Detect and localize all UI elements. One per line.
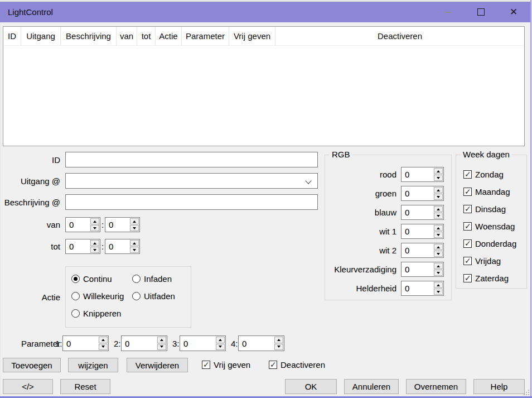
kleurverzadiging-up-button[interactable]: [434, 263, 443, 269]
checkbox-zaterdag[interactable]: Zaterdag: [463, 274, 509, 283]
id-input[interactable]: [65, 152, 318, 167]
parameter-2-spinner[interactable]: 0: [121, 335, 167, 351]
radio-willekeurig[interactable]: Willekeurig: [71, 291, 124, 301]
van-hours-down-button[interactable]: [90, 225, 99, 231]
wijzigen-button[interactable]: wijzigen: [68, 358, 118, 372]
checkbox-dinsdag[interactable]: Dinsdag: [463, 204, 506, 214]
uitgang-dropdown[interactable]: [65, 173, 318, 189]
verwijderen-button[interactable]: Verwijderen: [127, 358, 188, 372]
groen-up-button[interactable]: [434, 187, 443, 193]
column-header-uitgang[interactable]: Uitgang: [21, 27, 61, 45]
minimize-button[interactable]: [436, 2, 460, 22]
column-header-id[interactable]: ID: [3, 27, 21, 45]
tot-hours-down-button[interactable]: [90, 247, 99, 253]
titlebar[interactable]: LightControl ✕: [0, 2, 532, 22]
rood-down-button[interactable]: [434, 175, 443, 181]
tot-hours-up-button[interactable]: [90, 240, 99, 246]
parameter-3-spinner[interactable]: 0: [180, 335, 226, 351]
helderheid-spinner[interactable]: 0: [401, 281, 444, 296]
toevoegen-button[interactable]: Toevoegen: [3, 358, 61, 372]
resize-grip[interactable]: [524, 390, 529, 395]
wit1-spinner[interactable]: 0: [401, 224, 444, 239]
groen-spinner[interactable]: 0: [401, 186, 444, 201]
help-button[interactable]: Help: [473, 379, 525, 394]
van-hours-up-button[interactable]: [90, 218, 99, 224]
arrow-down-icon: [219, 346, 222, 348]
reset-button[interactable]: Reset: [60, 379, 110, 394]
wit1-up-button[interactable]: [434, 225, 443, 231]
kleurverzadiging-down-button[interactable]: [434, 270, 443, 276]
checkbox-maandag[interactable]: Maandag: [463, 187, 510, 196]
parameter-3-up-button[interactable]: [216, 337, 225, 343]
tot-minutes-down-button[interactable]: [130, 247, 139, 253]
code-button[interactable]: </>: [3, 379, 53, 394]
arrow-up-icon: [133, 220, 136, 223]
parameter-2-down-button[interactable]: [157, 344, 166, 351]
uitgang-label: Uitgang @: [0, 173, 60, 189]
radio-infaden[interactable]: Infaden: [132, 274, 172, 284]
overnemen-button[interactable]: Overnemen: [406, 379, 466, 394]
checkbox-donderdag[interactable]: Donderdag: [463, 239, 516, 248]
tot-hours-spinner[interactable]: 0: [65, 239, 100, 254]
beschrijving-input[interactable]: [65, 194, 318, 210]
arrow-down-icon: [437, 253, 440, 255]
column-header-parameter[interactable]: Parameter: [182, 27, 229, 45]
wit1-down-button[interactable]: [434, 232, 443, 238]
radio-continu[interactable]: Continu: [71, 274, 112, 284]
column-header-beschrijving[interactable]: Beschrijving: [61, 27, 117, 45]
light-list[interactable]: ID Uitgang Beschrijving van tot Actie Pa…: [3, 26, 525, 146]
tot-minutes-spinner[interactable]: 0: [105, 239, 140, 254]
blauw-up-button[interactable]: [434, 206, 443, 212]
column-header-deactiveren[interactable]: Deactiveren: [275, 27, 524, 45]
ok-button[interactable]: OK: [285, 379, 337, 394]
parameter-3-down-button[interactable]: [216, 344, 225, 351]
annuleren-button[interactable]: Annuleren: [344, 379, 399, 394]
parameter-1-down-button[interactable]: [99, 344, 108, 351]
parameter-1-up-button[interactable]: [99, 337, 108, 343]
rood-spinner[interactable]: 0: [401, 167, 444, 182]
van-minutes-down-button[interactable]: [130, 225, 139, 231]
column-header-van[interactable]: van: [117, 27, 137, 45]
checkbox-deactiveren[interactable]: Deactiveren: [269, 360, 325, 370]
rood-up-button[interactable]: [434, 168, 443, 174]
arrow-up-icon: [93, 242, 96, 244]
parameter-2-up-button[interactable]: [157, 337, 166, 343]
parameter-4-down-button[interactable]: [274, 344, 283, 351]
wit2-up-button[interactable]: [434, 244, 443, 250]
parameter-4-up-button[interactable]: [274, 337, 283, 343]
list-body-empty[interactable]: [3, 46, 524, 146]
checkbox-vrijdag[interactable]: Vrijdag: [463, 256, 501, 266]
minimize-icon: [444, 12, 452, 13]
parameter-1-spinner[interactable]: 0: [62, 335, 109, 351]
radio-knipperen[interactable]: Knipperen: [71, 309, 121, 318]
wit2-down-button[interactable]: [434, 251, 443, 257]
van-hours-spinner[interactable]: 0: [65, 217, 100, 232]
tot-minutes-up-button[interactable]: [130, 240, 139, 246]
arrow-up-icon: [437, 227, 440, 229]
helderheid-value: 0: [402, 281, 433, 295]
checkbox-vrij-geven[interactable]: Vrij geven: [202, 360, 250, 370]
column-header-tot[interactable]: tot: [137, 27, 156, 45]
wit2-spinner[interactable]: 0: [401, 243, 444, 258]
blauw-down-button[interactable]: [434, 213, 443, 219]
parameter-4-spinner[interactable]: 0: [238, 335, 284, 351]
rood-value: 0: [402, 167, 433, 181]
kleurverzadiging-spinner[interactable]: 0: [401, 262, 444, 277]
helderheid-up-button[interactable]: [434, 282, 443, 288]
column-header-vrij-geven[interactable]: Vrij geven: [229, 27, 275, 45]
van-minutes-spinner[interactable]: 0: [105, 217, 140, 232]
column-header-actie[interactable]: Actie: [156, 27, 182, 45]
wit2-label: wit 2: [325, 243, 396, 258]
checkbox-woensdag[interactable]: Woensdag: [463, 222, 515, 231]
helderheid-down-button[interactable]: [434, 289, 443, 295]
arrow-down-icon: [437, 215, 440, 217]
zondag-label: Zondag: [475, 170, 504, 179]
maximize-button[interactable]: [468, 2, 493, 22]
vrij-geven-label: Vrij geven: [214, 360, 250, 370]
checkbox-zondag[interactable]: Zondag: [463, 170, 504, 179]
groen-down-button[interactable]: [434, 194, 443, 200]
van-minutes-up-button[interactable]: [130, 218, 139, 224]
radio-uitfaden[interactable]: Uitfaden: [132, 291, 175, 301]
blauw-spinner[interactable]: 0: [401, 205, 444, 220]
close-button[interactable]: ✕: [501, 2, 526, 22]
